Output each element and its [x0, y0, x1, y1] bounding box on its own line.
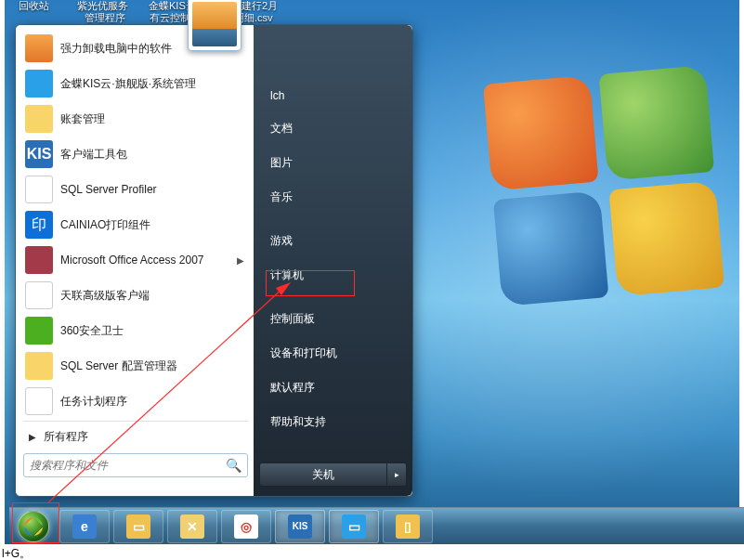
right-defaults[interactable]: 默认程序	[259, 371, 407, 404]
taskbar-ie[interactable]: e	[59, 510, 110, 543]
right-music[interactable]: 音乐	[259, 181, 407, 214]
right-pictures[interactable]: 图片	[259, 147, 407, 179]
divider	[23, 421, 248, 422]
taskbar-kis-cloud-icon: ▭	[342, 514, 366, 539]
taskbar-chrome[interactable]: ◎	[221, 510, 271, 543]
shutdown-button[interactable]: 关机 ▸	[259, 462, 407, 487]
shutdown-label[interactable]: 关机	[260, 463, 387, 486]
taskbar: e▭✕◎KIS▭▯	[9, 507, 744, 544]
program-sql-profiler-label: SQL Server Profiler	[60, 183, 157, 196]
start-button[interactable]	[9, 508, 58, 545]
desktop: 回收站 紫光优服务 金蝶KIS云·私 安速建行2月 管理程序 有云控制台 1-2…	[5, 0, 739, 544]
taskbar-sql-icon: ▯	[396, 514, 420, 539]
program-sql-config[interactable]: SQL Server 配置管理器	[20, 348, 252, 384]
taskbar-kis[interactable]: KIS	[275, 510, 325, 543]
program-sql-config-label: SQL Server 配置管理器	[60, 358, 177, 374]
taskbar-explorer-icon: ▭	[126, 514, 150, 539]
right-computer[interactable]: 计算机	[259, 259, 407, 292]
program-account-mgmt-label: 账套管理	[60, 111, 105, 127]
program-kis-cloud[interactable]: 金蝶KIS云·旗舰版·系统管理	[20, 66, 252, 101]
right-help[interactable]: 帮助和支持	[259, 406, 407, 438]
program-client-tools-label: 客户端工具包	[60, 147, 127, 163]
program-sql-profiler[interactable]: ▤SQL Server Profiler	[20, 172, 252, 207]
program-access-label: Microsoft Office Access 2007	[60, 254, 204, 267]
right-control-panel[interactable]: 控制面板	[259, 303, 407, 335]
right-user[interactable]: lch	[259, 81, 407, 111]
taskbar-explorer[interactable]: ▭	[113, 510, 163, 543]
start-menu-right-pane: lch 文档 图片 音乐 游戏 计算机 控制面板 设备和打印机 默认程序 帮助和…	[254, 25, 412, 496]
taskbar-chrome-icon: ◎	[234, 514, 258, 539]
right-games[interactable]: 游戏	[259, 225, 407, 257]
program-task-sched-icon: ◷	[25, 387, 53, 415]
program-task-sched[interactable]: ◷任务计划程序	[20, 384, 252, 419]
taskbar-tools[interactable]: ✕	[167, 510, 217, 543]
right-devices[interactable]: 设备和打印机	[259, 337, 407, 370]
windows-orb-icon	[18, 511, 49, 542]
program-client-tools-icon: KIS	[25, 140, 53, 168]
program-kis-cloud-label: 金蝶KIS云·旗舰版·系统管理	[60, 76, 196, 92]
program-360[interactable]: 360安全卫士	[20, 313, 252, 348]
taskbar-sql[interactable]: ▯	[383, 510, 433, 543]
program-sql-config-icon	[25, 352, 53, 380]
start-menu-left-pane: 强力卸载电脑中的软件金蝶KIS云·旗舰版·系统管理账套管理KIS客户端工具包▤S…	[16, 25, 254, 496]
program-cainiao-icon: 印	[25, 211, 53, 239]
taskbar-ie-icon: e	[72, 514, 97, 539]
program-cainiao-label: CAINIAO打印组件	[60, 217, 150, 233]
program-360-label: 360安全卫士	[60, 323, 124, 339]
program-sql-profiler-icon: ▤	[25, 176, 53, 203]
desktop-icon-5[interactable]: 管理程序	[85, 11, 125, 25]
program-uninstall[interactable]: 强力卸载电脑中的软件	[20, 31, 252, 66]
program-account-mgmt[interactable]: 账套管理	[20, 101, 252, 137]
all-programs[interactable]: ▶ 所有程序	[20, 423, 252, 449]
program-account-mgmt-icon	[25, 105, 53, 133]
desktop-icon-recycle[interactable]: 回收站	[19, 0, 49, 13]
program-tianlian-icon	[25, 281, 53, 309]
program-360-icon	[25, 317, 53, 345]
search-input[interactable]	[30, 459, 226, 472]
search-box[interactable]: 🔍	[23, 453, 248, 477]
right-documents[interactable]: 文档	[259, 112, 407, 145]
triangle-right-icon: ▶	[29, 432, 36, 442]
program-uninstall-label: 强力卸载电脑中的软件	[60, 41, 172, 57]
program-access-icon	[25, 246, 53, 274]
program-access[interactable]: Microsoft Office Access 2007▶	[20, 242, 252, 278]
program-uninstall-icon	[25, 34, 53, 62]
taskbar-kis-cloud[interactable]: ▭	[329, 510, 379, 543]
footer-text: l+G。	[2, 546, 31, 560]
shutdown-menu-arrow[interactable]: ▸	[387, 463, 406, 486]
program-tianlian[interactable]: 天联高级版客户端	[20, 278, 252, 313]
program-task-sched-label: 任务计划程序	[60, 394, 127, 410]
program-client-tools[interactable]: KIS客户端工具包	[20, 137, 252, 172]
program-cainiao[interactable]: 印CAINIAO打印组件	[20, 207, 252, 242]
start-menu: 强力卸载电脑中的软件金蝶KIS云·旗舰版·系统管理账套管理KIS客户端工具包▤S…	[15, 24, 413, 497]
submenu-arrow-icon: ▶	[237, 255, 244, 266]
all-programs-label: 所有程序	[44, 429, 88, 445]
taskbar-tools-icon: ✕	[180, 514, 204, 539]
search-icon: 🔍	[226, 458, 241, 473]
program-kis-cloud-icon	[25, 70, 53, 98]
windows-logo	[483, 65, 724, 306]
taskbar-kis-icon: KIS	[288, 514, 312, 539]
program-tianlian-label: 天联高级版客户端	[60, 288, 150, 304]
